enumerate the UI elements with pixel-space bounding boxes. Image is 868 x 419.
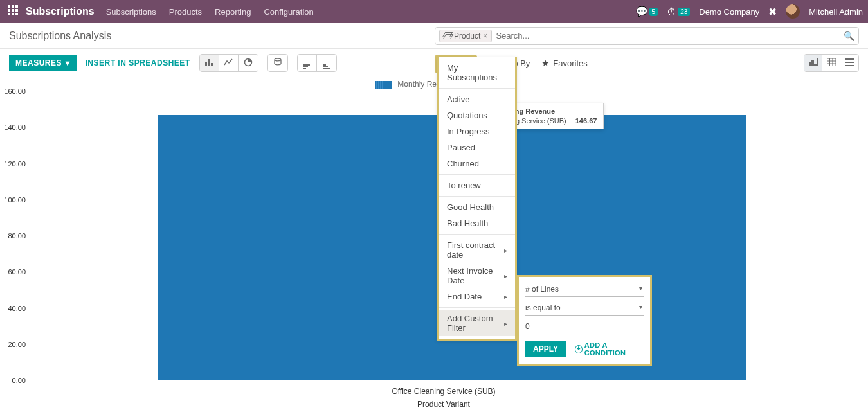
nav-products[interactable]: Products (169, 7, 202, 17)
tooltip-value: 146.67 (575, 117, 597, 125)
filters-dropdown: My Subscriptions Active Quotations In Pr… (437, 57, 517, 341)
debug-icon[interactable]: ✖ (768, 6, 777, 18)
search-area[interactable]: Product × 🔍 (435, 27, 859, 45)
filter-active[interactable]: Active (439, 91, 515, 107)
user-name[interactable]: Mitchell Admin (809, 7, 863, 17)
filter-quotations[interactable]: Quotations (439, 107, 515, 123)
favorites-button[interactable]: ★ Favorites (541, 58, 587, 68)
legend-swatch (375, 81, 392, 89)
custom-filter-field[interactable]: # of Lines (525, 282, 644, 297)
nav-menu: Subscriptions Products Reporting Configu… (106, 7, 314, 17)
y-tick: 60.00 (8, 268, 28, 276)
nav-configuration[interactable]: Configuration (264, 7, 313, 17)
y-tick: 20.00 (8, 341, 28, 348)
search-icon[interactable]: 🔍 (844, 31, 854, 41)
chevron-down-icon: ▾ (66, 58, 70, 67)
graph-view-icon[interactable] (804, 55, 822, 71)
page-title: Subscriptions Analysis (9, 30, 111, 42)
filter-add-custom[interactable]: Add Custom Filter▸ (439, 310, 515, 336)
filter-churned[interactable]: Churned (439, 156, 515, 172)
activities-icon[interactable]: ⏱ 23 (667, 6, 690, 17)
svg-point-4 (275, 58, 281, 61)
filter-good-health[interactable]: Good Health (439, 199, 515, 215)
line-chart-icon[interactable] (219, 55, 239, 71)
layers-icon (444, 32, 451, 40)
company-name[interactable]: Demo Company (699, 7, 759, 17)
nav-subscriptions[interactable]: Subscriptions (106, 7, 156, 17)
list-view-icon[interactable] (840, 55, 858, 71)
plus-icon: + (575, 345, 583, 353)
chevron-right-icon: ▸ (504, 247, 507, 254)
activities-badge: 23 (678, 8, 690, 16)
view-switch (804, 54, 859, 72)
sort-desc-icon[interactable] (298, 55, 317, 71)
header-row: Subscriptions Analysis Product × 🔍 (0, 23, 868, 49)
search-input[interactable] (496, 31, 840, 40)
y-tick: 120.00 (4, 160, 28, 168)
star-icon: ★ (541, 58, 550, 68)
search-tag-product[interactable]: Product × (439, 30, 492, 42)
svg-rect-5 (827, 58, 836, 66)
y-tick: 0.00 (12, 377, 28, 384)
sort-group (297, 54, 337, 72)
chevron-right-icon: ▸ (504, 320, 507, 327)
stacked-icon[interactable] (268, 55, 287, 71)
chevron-right-icon: ▸ (504, 272, 507, 280)
chart-area: Monthly Recurring Revenue Office Cleanin… (0, 77, 868, 419)
pivot-view-icon[interactable] (822, 55, 840, 71)
add-condition-label: ADD A CONDITION (584, 341, 644, 357)
apply-button[interactable]: APPLY (525, 341, 566, 357)
filter-next-invoice-date[interactable]: Next Invoice Date▸ (439, 263, 515, 289)
filter-to-renew[interactable]: To renew (439, 177, 515, 193)
measures-label: MEASURES (15, 58, 62, 67)
custom-filter-operator[interactable]: is equal to (525, 301, 644, 316)
app-brand[interactable]: Subscriptions (26, 6, 95, 17)
nav-reporting[interactable]: Reporting (215, 7, 251, 17)
chart-legend: Monthly Recurring Revenue (9, 80, 859, 89)
stack-group (267, 54, 288, 72)
filter-bad-health[interactable]: Bad Health (439, 215, 515, 231)
pie-chart-icon[interactable] (239, 55, 258, 71)
search-tag-label: Product (454, 31, 480, 40)
filter-end-date[interactable]: End Date▸ (439, 289, 515, 305)
x-axis-title: Product Variant (28, 400, 859, 409)
measures-button[interactable]: MEASURES ▾ (9, 55, 77, 71)
y-tick: 100.00 (4, 196, 28, 204)
y-tick: 80.00 (8, 232, 28, 240)
custom-filter-value[interactable] (525, 319, 644, 334)
filter-in-progress[interactable]: In Progress (439, 123, 515, 139)
apps-icon[interactable] (8, 5, 21, 18)
custom-filter-popover: # of Lines is equal to APPLY + ADD A CON… (517, 275, 652, 366)
y-axis (28, 91, 54, 380)
y-tick: 40.00 (8, 305, 28, 312)
add-condition-button[interactable]: + ADD A CONDITION (575, 341, 644, 357)
filter-paused[interactable]: Paused (439, 139, 515, 156)
insert-spreadsheet[interactable]: INSERT IN SPREADSHEET (86, 58, 190, 67)
favorites-label: Favorites (553, 58, 587, 68)
chevron-right-icon: ▸ (504, 293, 507, 300)
chart-type-group (199, 54, 258, 72)
y-tick: 160.00 (4, 87, 28, 95)
remove-tag-icon[interactable]: × (483, 31, 487, 40)
filter-my-subscriptions[interactable]: My Subscriptions (439, 60, 515, 85)
avatar[interactable] (786, 4, 800, 19)
messages-icon[interactable]: 💬 5 (636, 6, 658, 17)
svg-rect-1 (208, 59, 210, 66)
svg-rect-0 (205, 62, 207, 66)
top-nav: Subscriptions Subscriptions Products Rep… (0, 0, 868, 23)
nav-right: 💬 5 ⏱ 23 Demo Company ✖ Mitchell Admin (636, 4, 863, 19)
svg-rect-2 (211, 63, 213, 66)
control-row: MEASURES ▾ INSERT IN SPREADSHEET (0, 49, 868, 77)
y-tick: 140.00 (4, 123, 28, 131)
filter-first-contract-date[interactable]: First contract date▸ (439, 237, 515, 263)
messages-badge: 5 (649, 8, 658, 16)
x-category-label: Office Cleaning Service (SUB) (28, 387, 859, 396)
bar-chart-icon[interactable] (200, 55, 219, 71)
sort-asc-icon[interactable] (317, 55, 336, 71)
